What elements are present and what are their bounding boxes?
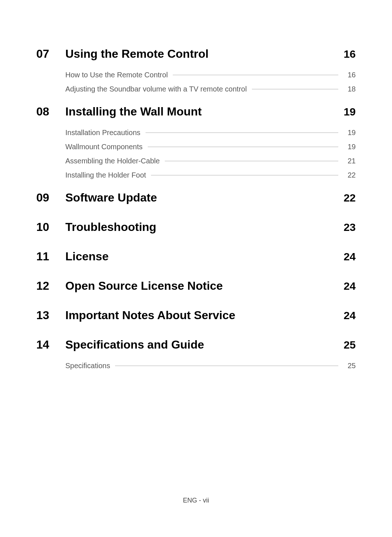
section-spacer — [36, 332, 356, 338]
section-spacer — [36, 244, 356, 250]
toc-leader-line — [165, 161, 338, 161]
toc-section-page: 25 — [334, 339, 356, 351]
toc-section-number: 07 — [36, 47, 65, 61]
toc-subitem-page: 19 — [343, 143, 356, 151]
toc-subitem-page: 19 — [343, 129, 356, 137]
toc-section-page: 24 — [334, 309, 356, 322]
section-spacer — [36, 273, 356, 279]
toc-section-title: Open Source License Notice — [65, 279, 334, 293]
toc-section-number: 12 — [36, 279, 65, 293]
toc-section-title: Important Notes About Service — [65, 309, 334, 322]
toc-leader-line — [252, 89, 338, 89]
toc-subitem-title: Installing the Holder Foot — [65, 171, 146, 179]
toc-subitem: Installing the Holder Foot22 — [65, 171, 356, 179]
toc-subitem: Specifications25 — [65, 362, 356, 370]
page-footer: ENG - vii — [0, 497, 392, 504]
section-spacer — [36, 303, 356, 309]
toc-section-number: 14 — [36, 338, 65, 351]
toc-section: 10Troubleshooting23 — [36, 220, 356, 234]
toc-subitem-page: 18 — [343, 85, 356, 93]
toc-section-page: 24 — [334, 280, 356, 292]
toc-leader-line — [151, 175, 338, 175]
toc-section-number: 09 — [36, 191, 65, 204]
toc-section: 09Software Update22 — [36, 191, 356, 204]
toc-subitem-title: Wallmount Components — [65, 143, 143, 151]
toc-section-page: 16 — [334, 48, 356, 60]
toc-section-title: Specifications and Guide — [65, 338, 334, 351]
toc-subitem-title: Assembling the Holder-Cable — [65, 157, 160, 165]
section-spacer — [36, 215, 356, 220]
toc-subitem: Wallmount Components19 — [65, 143, 356, 151]
toc-section-number: 11 — [36, 250, 65, 263]
toc-subitem-group: Installation Precautions19Wallmount Comp… — [36, 129, 356, 179]
toc-subitem-group: How to Use the Remote Control16Adjusting… — [36, 71, 356, 93]
toc-subitem-title: Adjusting the Soundbar volume with a TV … — [65, 85, 247, 93]
toc-subitem: Assembling the Holder-Cable21 — [65, 157, 356, 165]
toc-section: 07Using the Remote Control16 — [36, 47, 356, 61]
toc-subitem-page: 21 — [343, 157, 356, 165]
toc-subitem-title: How to Use the Remote Control — [65, 71, 168, 79]
toc-section-number: 08 — [36, 105, 65, 118]
toc-subitem-page: 25 — [343, 362, 356, 370]
toc-leader-line — [115, 366, 338, 366]
toc-section-page: 23 — [334, 221, 356, 233]
toc-section-page: 19 — [334, 106, 356, 118]
toc-section-title: Software Update — [65, 191, 334, 204]
toc-leader-line — [173, 75, 338, 75]
toc-leader-line — [148, 147, 338, 147]
toc-subitem-page: 16 — [343, 71, 356, 79]
toc-section: 11License24 — [36, 250, 356, 263]
toc-subitem: Adjusting the Soundbar volume with a TV … — [65, 85, 356, 93]
toc-section-number: 13 — [36, 309, 65, 322]
toc-section: 08Installing the Wall Mount19 — [36, 105, 356, 118]
toc-leader-line — [146, 133, 338, 133]
toc-subitem-title: Specifications — [65, 362, 110, 370]
toc-subitem-group: Specifications25 — [36, 362, 356, 370]
toc-subitem: How to Use the Remote Control16 — [65, 71, 356, 79]
toc-subitem: Installation Precautions19 — [65, 129, 356, 137]
toc-section-title: Using the Remote Control — [65, 47, 334, 61]
toc-subitem-page: 22 — [343, 171, 356, 179]
toc-section-number: 10 — [36, 220, 65, 234]
toc-section-title: License — [65, 250, 334, 263]
toc-section-title: Installing the Wall Mount — [65, 105, 334, 118]
toc-section-title: Troubleshooting — [65, 220, 334, 234]
toc-section-page: 22 — [334, 192, 356, 204]
toc-subitem-title: Installation Precautions — [65, 129, 140, 137]
table-of-contents: 07Using the Remote Control16How to Use t… — [36, 47, 356, 370]
toc-section: 12Open Source License Notice24 — [36, 279, 356, 293]
toc-section-page: 24 — [334, 251, 356, 263]
toc-section: 14Specifications and Guide25 — [36, 338, 356, 351]
toc-section: 13Important Notes About Service24 — [36, 309, 356, 322]
